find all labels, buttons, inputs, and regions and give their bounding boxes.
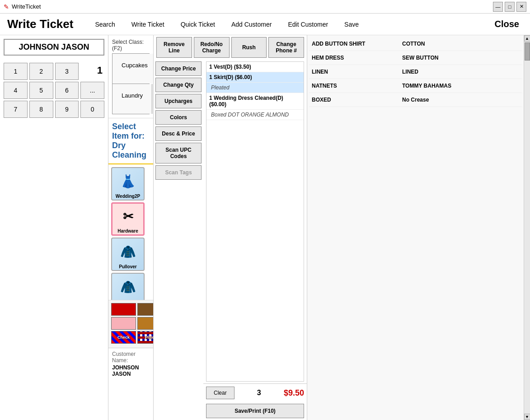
ticket-item-0[interactable]: 1 Vest(D) ($3.50)	[206, 62, 304, 72]
item-label-pullover1: Pullover	[119, 264, 136, 269]
item-btn-pullover1[interactable]: 🧥Pullover	[111, 238, 145, 271]
ticket-item-3[interactable]: 1 Wedding Dress Cleaned(D) ($0.00)	[206, 93, 304, 110]
color-tan[interactable]	[137, 317, 153, 330]
numpad-5[interactable]: 5	[29, 82, 53, 99]
menu-edit-customer[interactable]: Edit Customer	[284, 19, 332, 30]
color-row-2	[111, 317, 150, 330]
menu-search[interactable]: Search	[91, 19, 118, 30]
option-col1-0: ADD BUTTON SHIRT	[312, 41, 402, 47]
window-controls: — □ ✕	[493, 2, 526, 12]
item-btn-hardware[interactable]: ✂Hardware	[111, 202, 145, 236]
ticket-item-1[interactable]: 1 Skirt(D) ($6.00)	[206, 72, 304, 83]
numpad-8[interactable]: 8	[29, 101, 53, 118]
item-icon-pullover1: 🧥	[120, 239, 136, 264]
scan-upc-button[interactable]: Scan UPC Codes	[155, 143, 202, 163]
scan-tags-button[interactable]: Scan Tags	[155, 165, 202, 180]
option-col1-2: LINEN	[312, 69, 402, 75]
color-light-pink[interactable]	[111, 317, 136, 330]
numpad-7[interactable]: 7	[4, 101, 28, 118]
ticket-item-4[interactable]: Boxed DOT ORANGE ALMOND	[206, 110, 304, 120]
title-bar: ✎ WriteTicket — □ ✕	[0, 0, 530, 14]
remove-line-button[interactable]: Remove Line	[156, 37, 192, 58]
option-col2-1: SEW BUTTON	[402, 55, 519, 61]
clear-button[interactable]: Clear	[206, 387, 235, 399]
main-container: Write Ticket Search Write Ticket Quick T…	[0, 14, 530, 420]
option-col2-4: No Crease	[402, 97, 519, 103]
menu-write-ticket[interactable]: Write Ticket	[128, 19, 168, 30]
numpad-0[interactable]: 0	[80, 101, 104, 118]
change-price-button[interactable]: Change Price	[155, 61, 202, 76]
item-label-hardware: Hardware	[117, 229, 138, 233]
numpad-6[interactable]: 6	[55, 82, 79, 99]
option-col2-0: COTTON	[402, 41, 519, 47]
scrollbar-thumb[interactable]	[525, 42, 530, 61]
numpad-ellipsis[interactable]: ...	[80, 82, 104, 99]
numpad: 1 2 3 1 4 5 6 ... 7 8 9 0	[4, 63, 104, 118]
menu-quick-ticket[interactable]: Quick Ticket	[177, 19, 219, 30]
scroll-down[interactable]: ▼	[524, 414, 530, 420]
change-qty-button[interactable]: Change Qty	[155, 78, 202, 92]
minimize-button[interactable]: —	[493, 2, 503, 12]
ticket-item-2[interactable]: Pleated	[206, 83, 304, 93]
right-panel: Remove Line Redo/No Charge Rush Change P…	[153, 35, 307, 420]
items-grid: 👗Wedding2P✂Hardware🧥Pullover🧥Pullover🩳Sh…	[108, 164, 153, 300]
middle-panel: Select Class: (F2) Cupcakes Dry Cleaning…	[108, 35, 153, 420]
option-col2-3: TOMMY BAHAMAS	[402, 83, 519, 89]
color-red[interactable]	[111, 303, 136, 316]
color-brown[interactable]	[137, 303, 153, 316]
rush-button[interactable]: Rush	[231, 37, 267, 58]
redo-no-charge-button[interactable]: Redo/No Charge	[194, 37, 230, 58]
pattern-check[interactable]: Check	[111, 331, 136, 344]
class-select-label: Select Class: (F2)	[112, 39, 150, 51]
pattern-plaid[interactable]: Plaid	[137, 331, 153, 344]
option-col1-1: HEM DRESS	[312, 55, 402, 61]
options-panel: ADD BUTTON SHIRTCOTTONHEM DRESSSEW BUTTO…	[307, 35, 524, 420]
left-panel: JOHNSON JASON 1 2 3 1 4 5 6 ... 7 8 9 0	[0, 35, 108, 420]
class-cupcakes[interactable]: Cupcakes	[113, 54, 153, 84]
ticket-footer: Clear 3 $9.50	[203, 383, 307, 402]
menu-close[interactable]: Close	[491, 17, 523, 31]
option-item-3[interactable]: NATNETSTOMMY BAHAMAS	[309, 79, 522, 93]
item-icon-wedding2p: 👗	[120, 169, 136, 194]
menu-save[interactable]: Save	[341, 19, 362, 30]
item-btn-pullover2[interactable]: 🧥Pullover	[111, 273, 145, 300]
numpad-2[interactable]: 2	[29, 63, 53, 80]
class-select-area: Select Class: (F2) Cupcakes Dry Cleaning…	[108, 35, 153, 118]
menu-add-customer[interactable]: Add Customer	[228, 19, 275, 30]
change-phone-button[interactable]: Change Phone #	[268, 37, 304, 58]
option-item-0[interactable]: ADD BUTTON SHIRTCOTTON	[309, 37, 522, 51]
item-icon-hardware: ✂	[123, 205, 133, 229]
ticket-items-list: 1 Vest(D) ($3.50)1 Skirt(D) ($6.00)Pleat…	[206, 61, 304, 382]
class-laundry[interactable]: Laundry	[113, 84, 152, 114]
option-item-2[interactable]: LINENLINED	[309, 65, 522, 79]
option-col1-4: BOXED	[312, 97, 402, 103]
customer-name-display: JOHNSON JASON	[4, 39, 104, 56]
select-item-header: Select Item for: Dry Cleaning	[108, 118, 153, 164]
numpad-3[interactable]: 3	[55, 63, 79, 80]
option-item-1[interactable]: HEM DRESSSEW BUTTON	[309, 51, 522, 65]
scroll-up[interactable]: ▲	[524, 35, 530, 42]
item-btn-wedding2p[interactable]: 👗Wedding2P	[111, 167, 145, 201]
desc-price-button[interactable]: Desc & Price	[155, 126, 202, 141]
item-label-wedding2p: Wedding2P	[116, 194, 140, 199]
option-item-4[interactable]: BOXEDNo Crease	[309, 93, 522, 107]
colors-button[interactable]: Colors	[155, 110, 202, 125]
maximize-button[interactable]: □	[505, 2, 515, 12]
numpad-1[interactable]: 1	[4, 63, 28, 80]
customer-name-label: Customer Name:	[112, 351, 139, 364]
upcharges-button[interactable]: Upcharges	[155, 94, 202, 108]
window-close-button[interactable]: ✕	[516, 2, 526, 12]
numpad-4[interactable]: 4	[4, 82, 28, 99]
option-col2-2: LINED	[402, 69, 519, 75]
numpad-9[interactable]: 9	[55, 101, 79, 118]
customer-info-bar: Customer Name: JOHNSON JASON Last In Spe…	[108, 348, 153, 380]
colors-patterns-area: Check Plaid Print Multi Mixed Dot Stripe…	[108, 300, 153, 348]
color-row-1	[111, 303, 150, 316]
save-print-button[interactable]: Save/Print (F10)	[206, 404, 304, 418]
app-icon: ✎	[4, 3, 9, 10]
numpad-display: 1	[80, 63, 104, 80]
ticket-count: 3	[257, 389, 261, 397]
pattern-row: Check Plaid Print Multi Mixed Dot Stripe…	[111, 331, 150, 344]
menu-bar: Write Ticket Search Write Ticket Quick T…	[0, 14, 530, 35]
scrollbar: ▲ ▼	[524, 35, 530, 420]
